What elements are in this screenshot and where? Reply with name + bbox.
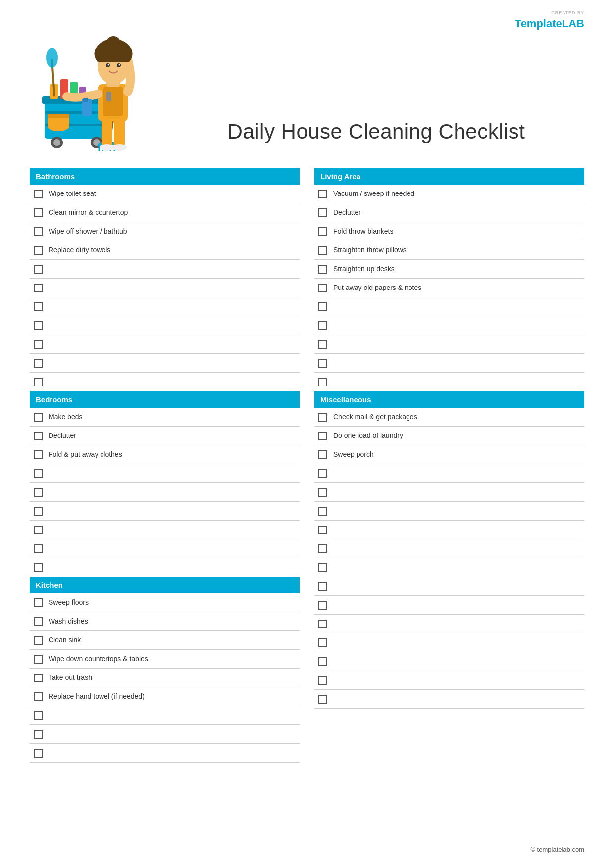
empty-item[interactable] — [314, 690, 584, 709]
list-item[interactable]: Clean sink — [30, 631, 300, 650]
checkbox[interactable] — [34, 507, 43, 516]
list-item[interactable]: Straighten throw pillows — [314, 241, 584, 260]
checkbox[interactable] — [34, 544, 43, 553]
checkbox[interactable] — [318, 450, 327, 459]
empty-item[interactable] — [30, 464, 300, 483]
checkbox[interactable] — [318, 284, 327, 292]
checkbox[interactable] — [318, 638, 327, 647]
checkbox[interactable] — [34, 450, 43, 459]
empty-item[interactable] — [30, 373, 300, 391]
list-item[interactable]: Vacuum / sweep if needed — [314, 185, 584, 203]
empty-item[interactable] — [314, 596, 584, 615]
checkbox[interactable] — [318, 507, 327, 516]
checkbox[interactable] — [318, 544, 327, 553]
checkbox[interactable] — [34, 284, 43, 292]
checkbox[interactable] — [318, 302, 327, 311]
checkbox[interactable] — [318, 378, 327, 386]
empty-item[interactable] — [314, 316, 584, 335]
checkbox[interactable] — [34, 246, 43, 255]
checkbox[interactable] — [318, 582, 327, 591]
checkbox[interactable] — [318, 488, 327, 497]
list-item[interactable]: Check mail & get packages — [314, 408, 584, 427]
list-item[interactable]: Clean mirror & countertop — [30, 203, 300, 222]
empty-item[interactable] — [30, 297, 300, 316]
empty-item[interactable] — [314, 633, 584, 652]
empty-item[interactable] — [314, 464, 584, 483]
checkbox[interactable] — [318, 340, 327, 349]
checkbox[interactable] — [34, 730, 43, 739]
checkbox[interactable] — [318, 563, 327, 572]
checkbox[interactable] — [34, 302, 43, 311]
list-item[interactable]: Replace hand towel (if needed) — [30, 687, 300, 706]
checkbox[interactable] — [318, 227, 327, 236]
checkbox[interactable] — [318, 657, 327, 666]
list-item[interactable]: Fold throw blankets — [314, 222, 584, 241]
checkbox[interactable] — [34, 227, 43, 236]
empty-item[interactable] — [314, 558, 584, 577]
checkbox[interactable] — [34, 655, 43, 664]
empty-item[interactable] — [30, 521, 300, 539]
checkbox[interactable] — [34, 636, 43, 645]
empty-item[interactable] — [314, 652, 584, 671]
checkbox[interactable] — [318, 469, 327, 478]
checkbox[interactable] — [318, 246, 327, 255]
list-item[interactable]: Sweep porch — [314, 445, 584, 464]
empty-item[interactable] — [314, 354, 584, 373]
checkbox[interactable] — [318, 620, 327, 628]
list-item[interactable]: Wash dishes — [30, 612, 300, 631]
empty-item[interactable] — [314, 373, 584, 391]
list-item[interactable]: Put away old papers & notes — [314, 279, 584, 297]
checkbox[interactable] — [318, 413, 327, 422]
empty-item[interactable] — [314, 615, 584, 633]
empty-item[interactable] — [30, 335, 300, 354]
checkbox[interactable] — [34, 526, 43, 534]
checkbox[interactable] — [318, 432, 327, 440]
list-item[interactable]: Replace dirty towels — [30, 241, 300, 260]
checkbox[interactable] — [34, 340, 43, 349]
checkbox[interactable] — [34, 190, 43, 198]
list-item[interactable]: Declutter — [30, 427, 300, 445]
list-item[interactable]: Make beds — [30, 408, 300, 427]
empty-item[interactable] — [30, 260, 300, 279]
empty-item[interactable] — [314, 297, 584, 316]
checkbox[interactable] — [34, 359, 43, 368]
empty-item[interactable] — [314, 335, 584, 354]
empty-item[interactable] — [30, 725, 300, 744]
checkbox[interactable] — [318, 601, 327, 610]
empty-item[interactable] — [30, 558, 300, 577]
empty-item[interactable] — [30, 483, 300, 502]
checkbox[interactable] — [318, 526, 327, 534]
checkbox[interactable] — [34, 413, 43, 422]
empty-item[interactable] — [30, 316, 300, 335]
checkbox[interactable] — [34, 617, 43, 626]
checkbox[interactable] — [34, 598, 43, 607]
checkbox[interactable] — [318, 265, 327, 274]
list-item[interactable]: Wipe toilet seat — [30, 185, 300, 203]
checkbox[interactable] — [34, 321, 43, 330]
checkbox[interactable] — [34, 563, 43, 572]
empty-item[interactable] — [314, 502, 584, 521]
empty-item[interactable] — [314, 539, 584, 558]
checkbox[interactable] — [34, 488, 43, 497]
list-item[interactable]: Take out trash — [30, 669, 300, 687]
empty-item[interactable] — [30, 744, 300, 763]
checkbox[interactable] — [318, 190, 327, 198]
list-item[interactable]: Sweep floors — [30, 593, 300, 612]
checkbox[interactable] — [318, 359, 327, 368]
empty-item[interactable] — [30, 502, 300, 521]
checkbox[interactable] — [34, 265, 43, 274]
list-item[interactable]: Wipe down countertops & tables — [30, 650, 300, 669]
checkbox[interactable] — [318, 676, 327, 685]
checkbox[interactable] — [34, 749, 43, 758]
empty-item[interactable] — [314, 521, 584, 539]
empty-item[interactable] — [314, 483, 584, 502]
checkbox[interactable] — [318, 695, 327, 704]
empty-item[interactable] — [30, 539, 300, 558]
list-item[interactable]: Do one load of laundry — [314, 427, 584, 445]
empty-item[interactable] — [314, 577, 584, 596]
list-item[interactable]: Straighten up desks — [314, 260, 584, 279]
checkbox[interactable] — [34, 469, 43, 478]
checkbox[interactable] — [34, 208, 43, 217]
checkbox[interactable] — [318, 321, 327, 330]
checkbox[interactable] — [34, 692, 43, 701]
